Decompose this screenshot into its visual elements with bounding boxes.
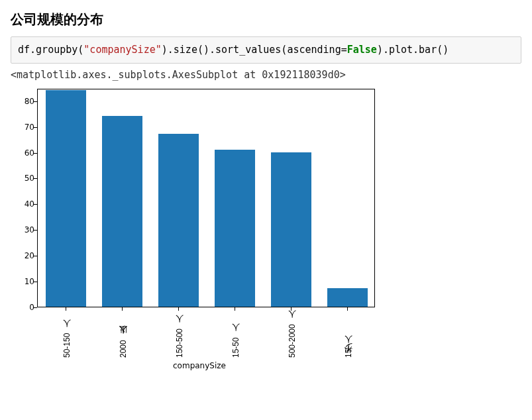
bar — [215, 150, 255, 307]
x-tick — [66, 307, 66, 311]
code-seg: df.groupby( — [18, 44, 83, 56]
plot-area — [37, 89, 375, 307]
code-seg: ).plot.bar() — [377, 44, 449, 56]
bar — [158, 134, 199, 306]
bar — [46, 90, 86, 306]
y-tick-label: 80 — [15, 97, 34, 106]
code-cell: df.groupby("companySize").size().sort_va… — [11, 36, 521, 64]
x-tick — [178, 307, 179, 311]
y-tick-label: 70 — [15, 123, 34, 132]
bar — [271, 152, 311, 307]
x-tick — [291, 307, 292, 311]
x-tick-label: 少于15人 — [343, 311, 354, 358]
y-tick-label: 20 — [15, 251, 34, 260]
x-tick-label: 2000人以上 — [118, 311, 129, 358]
output-repr: <matplotlib.axes._subplots.AxesSubplot a… — [11, 69, 521, 81]
section-heading: 公司规模的分布 — [11, 11, 521, 28]
bar — [102, 116, 142, 306]
y-tick-label: 50 — [15, 174, 34, 183]
y-tick-label: 10 — [15, 277, 34, 286]
x-tick — [122, 307, 123, 311]
y-tick-label: 40 — [15, 199, 34, 209]
x-tick-label: 150-500人 — [174, 311, 186, 358]
x-axis-label: companySize — [11, 361, 388, 370]
y-tick-label: 0 — [15, 303, 34, 312]
bar — [327, 288, 368, 306]
code-constant: False — [347, 44, 377, 56]
y-tick-label: 60 — [15, 148, 34, 158]
bars-container — [38, 89, 374, 307]
code-seg: ).size().sort_values(ascending= — [162, 44, 347, 56]
code-string-literal: "companySize" — [83, 44, 161, 56]
y-tick-label: 30 — [15, 225, 34, 235]
x-tick-label: 15-50人 — [231, 311, 242, 358]
x-tick-label: 50-150人 — [62, 311, 73, 358]
x-tick-label: 500-2000人 — [287, 311, 298, 358]
x-tick — [347, 307, 348, 311]
bar-chart: 01020304050607080 50-150人2000人以上150-500人… — [11, 86, 388, 378]
x-tick — [235, 307, 235, 311]
